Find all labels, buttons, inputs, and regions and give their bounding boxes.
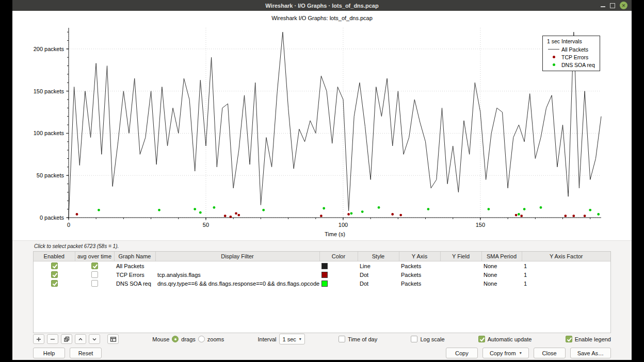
restore-button[interactable]: [610, 3, 615, 8]
close-button[interactable]: ✕: [620, 2, 627, 9]
io-graph-plot[interactable]: 0 packets50 packets100 packets150 packet…: [15, 23, 629, 239]
mouse-zooms-label[interactable]: zooms: [207, 336, 224, 342]
save-as-button[interactable]: Save As…: [570, 348, 611, 358]
footer-left-buttons: Help Reset: [33, 348, 102, 358]
avg-over-time-checkbox[interactable]: [91, 262, 98, 269]
svg-text:200 packets: 200 packets: [34, 46, 65, 52]
svg-text:50: 50: [203, 222, 209, 228]
window-controls: ✕: [601, 0, 627, 11]
col-header-graph-name[interactable]: Graph Name: [114, 252, 155, 261]
enabled-checkbox[interactable]: [51, 262, 58, 269]
display-filter-cell[interactable]: [155, 261, 319, 271]
reset-button[interactable]: Reset: [70, 348, 102, 358]
table-row-all-packets[interactable]: All Packets Line Packets None 1: [34, 261, 610, 271]
enable-legend-checkbox[interactable]: [566, 336, 572, 342]
y-field-cell[interactable]: [440, 270, 481, 279]
automatic-update-label[interactable]: Automatic update: [488, 336, 532, 342]
col-header-display-filter[interactable]: Display Filter: [155, 252, 319, 261]
col-header-avg-over-time[interactable]: avg over time: [75, 252, 114, 261]
log-scale-checkbox[interactable]: [411, 336, 417, 342]
y-axis-cell[interactable]: Packets: [399, 279, 440, 288]
table-row-tcp-errors[interactable]: TCP Errors tcp.analysis.flags Dot Packet…: [34, 270, 610, 279]
plus-icon: [36, 336, 42, 342]
svg-text:150: 150: [476, 222, 485, 228]
avg-over-time-checkbox[interactable]: [91, 271, 98, 278]
svg-text:0 packets: 0 packets: [40, 215, 65, 221]
red-dot-marker-icon: [546, 56, 561, 58]
mouse-label: Mouse: [152, 336, 169, 342]
enabled-checkbox[interactable]: [51, 280, 58, 287]
color-swatch[interactable]: [321, 272, 328, 278]
move-up-button[interactable]: [75, 334, 86, 344]
svg-text:0: 0: [67, 222, 70, 228]
mouse-drags-label[interactable]: drags: [181, 336, 196, 342]
sma-period-cell[interactable]: None: [481, 279, 522, 288]
y-field-cell[interactable]: [440, 261, 481, 271]
graphs-table-band: Enabled avg over time Graph Name Display…: [12, 251, 632, 333]
remove-graph-button[interactable]: [47, 334, 58, 344]
close-dialog-button[interactable]: Close: [534, 348, 566, 358]
table-row-dns-soa-req[interactable]: DNS SOA req dns.qry.type==6 && dns.flags…: [34, 279, 610, 288]
col-header-style[interactable]: Style: [358, 252, 399, 261]
titlebar[interactable]: Wireshark · I/O Graphs · lots_of_dns.pca…: [12, 0, 632, 11]
chevron-down-icon: ▾: [299, 337, 301, 341]
display-filter-cell[interactable]: tcp.analysis.flags: [155, 270, 319, 279]
y-axis-cell[interactable]: Packets: [399, 261, 440, 271]
col-header-y-axis[interactable]: Y Axis: [399, 252, 440, 261]
sma-period-cell[interactable]: None: [481, 261, 522, 271]
automatic-update-checkbox[interactable]: [478, 336, 485, 342]
help-button[interactable]: Help: [33, 348, 65, 358]
copy-button[interactable]: Copy: [446, 348, 478, 358]
graph-name-cell[interactable]: TCP Errors: [114, 270, 155, 279]
time-of-day-group: Time of day: [339, 336, 377, 342]
color-swatch[interactable]: [321, 263, 328, 269]
interval-group: Interval 1 sec ▾: [257, 334, 304, 344]
display-filter-cell[interactable]: dns.qry.type==6 && dns.flags.response==0…: [155, 279, 319, 288]
chevron-down-icon: ▾: [520, 351, 522, 355]
col-header-color[interactable]: Color: [319, 252, 358, 261]
style-cell[interactable]: Line: [358, 261, 399, 271]
y-axis-factor-cell[interactable]: 1: [522, 270, 610, 279]
graphs-table[interactable]: Enabled avg over time Graph Name Display…: [33, 251, 611, 333]
y-axis-factor-cell[interactable]: 1: [522, 261, 610, 271]
y-axis-factor-cell[interactable]: 1: [522, 279, 610, 288]
chart-title: Wireshark I/O Graphs: lots_of_dns.pcap: [12, 13, 632, 23]
graph-name-cell[interactable]: DNS SOA req: [114, 279, 155, 288]
style-cell[interactable]: Dot: [358, 279, 399, 288]
col-header-sma-period[interactable]: SMA Period: [481, 252, 522, 261]
row-edit-buttons: [33, 334, 119, 344]
duplicate-graph-button[interactable]: [61, 334, 72, 344]
y-axis-cell[interactable]: Packets: [399, 270, 440, 279]
enable-legend-group: Enable legend: [566, 336, 611, 342]
col-header-y-axis-factor[interactable]: Y Axis Factor: [522, 252, 610, 261]
automatic-update-group: Automatic update: [478, 336, 532, 342]
color-swatch[interactable]: [321, 281, 328, 287]
svg-text:100: 100: [339, 222, 348, 228]
time-of-day-label[interactable]: Time of day: [348, 336, 377, 342]
move-down-button[interactable]: [89, 334, 100, 344]
interval-select[interactable]: 1 sec ▾: [279, 334, 305, 344]
sma-period-cell[interactable]: None: [481, 270, 522, 279]
graph-name-cell[interactable]: All Packets: [114, 261, 155, 271]
copy-from-button[interactable]: Copy from ▾: [482, 348, 529, 358]
minimize-button[interactable]: [601, 3, 605, 8]
enable-legend-label[interactable]: Enable legend: [575, 336, 611, 342]
clear-graphs-button[interactable]: [107, 334, 119, 344]
time-of-day-checkbox[interactable]: [339, 336, 345, 342]
chevron-down-icon: [91, 336, 98, 342]
enabled-checkbox[interactable]: [51, 271, 58, 278]
mouse-drags-radio[interactable]: [172, 336, 179, 342]
add-graph-button[interactable]: [33, 334, 44, 344]
svg-text:100 packets: 100 packets: [34, 130, 65, 136]
style-cell[interactable]: Dot: [358, 270, 399, 279]
log-scale-label[interactable]: Log scale: [420, 336, 444, 342]
col-header-y-field[interactable]: Y Field: [440, 252, 481, 261]
mouse-zooms-radio[interactable]: [198, 336, 205, 342]
io-graph-panel: Wireshark I/O Graphs: lots_of_dns.pcap 0…: [12, 11, 632, 240]
avg-over-time-checkbox[interactable]: [91, 280, 98, 287]
col-header-enabled[interactable]: Enabled: [34, 252, 75, 261]
y-field-cell[interactable]: [440, 279, 481, 288]
plot-area[interactable]: 0 packets50 packets100 packets150 packet…: [15, 23, 629, 239]
wireshark-io-graphs-window: Wireshark · I/O Graphs · lots_of_dns.pca…: [12, 0, 632, 358]
legend-item-all-packets: All Packets: [546, 45, 595, 53]
